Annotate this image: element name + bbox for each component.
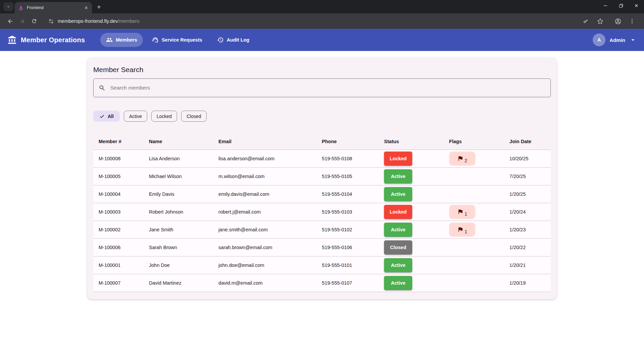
filter-chip-locked[interactable]: Locked — [151, 111, 177, 122]
cell-email: david.m@email.com — [213, 274, 316, 292]
filter-chip-all[interactable]: All — [93, 111, 120, 122]
cell-name: Jane Smith — [144, 221, 213, 238]
flag-badge: 2 — [449, 152, 475, 166]
status-button[interactable]: Locked — [384, 205, 412, 219]
astro-favicon-icon — [18, 5, 24, 11]
flag-icon — [457, 209, 464, 215]
caret-down-icon — [629, 36, 637, 44]
cell-join-date: 1/20/24 — [504, 203, 551, 221]
browser-tabstrip: Frontend ✕ + ✕ — [0, 0, 644, 13]
table-row[interactable]: M-100004 Emily Davis emily.davis@email.c… — [93, 185, 551, 203]
cell-member-number: M-100003 — [93, 203, 144, 221]
reload-button[interactable] — [29, 16, 39, 26]
chevron-down-icon — [6, 5, 10, 9]
minimize-button[interactable] — [598, 0, 613, 11]
close-window-button[interactable]: ✕ — [629, 0, 644, 11]
search-icon — [99, 84, 106, 92]
table-row[interactable]: M-100006 Sarah Brown sarah.brown@email.c… — [93, 238, 551, 256]
profile-icon — [614, 18, 622, 25]
back-button[interactable] — [5, 16, 15, 26]
forward-button[interactable] — [17, 16, 27, 26]
cell-phone: 519-555-0104 — [317, 185, 379, 203]
cell-name: Lisa Anderson — [144, 150, 213, 167]
cell-member-number: M-100006 — [93, 238, 144, 256]
filter-chip-label: All — [108, 114, 114, 119]
status-button[interactable]: Closed — [384, 240, 412, 254]
headset-icon — [152, 37, 159, 43]
cell-join-date: 1/20/19 — [504, 274, 551, 292]
nav-item-label: Members — [116, 37, 137, 43]
cell-join-date: 1/20/23 — [504, 221, 551, 238]
main-content: Member Search All Active Locked Closed — [0, 58, 644, 346]
check-icon — [99, 114, 105, 119]
flag-icon — [457, 155, 464, 162]
status-button[interactable]: Active — [384, 187, 412, 201]
flag-count: 2 — [465, 158, 467, 163]
table-row[interactable]: M-100007 David Martinez david.m@email.co… — [93, 274, 551, 292]
tab-close-icon[interactable]: ✕ — [83, 5, 89, 11]
cell-name: Robert Johnson — [144, 203, 213, 221]
cell-phone: 519-555-0103 — [317, 203, 379, 221]
filter-chip-label: Closed — [186, 114, 201, 119]
page-title: Member Search — [93, 66, 551, 74]
tab-search-button[interactable] — [3, 2, 13, 11]
cell-email: john.doe@email.com — [213, 256, 316, 274]
url-host: memberops-frontend.fly.dev — [58, 18, 118, 24]
search-input[interactable] — [110, 85, 545, 91]
bank-icon — [7, 35, 17, 45]
cell-phone: 519-555-0107 — [317, 274, 379, 292]
back-icon — [7, 18, 13, 24]
status-button[interactable]: Locked — [384, 152, 412, 166]
table-row[interactable]: M-100001 John Doe john.doe@email.com 519… — [93, 256, 551, 274]
minimize-icon — [603, 4, 607, 8]
nav-item-members[interactable]: Members — [100, 33, 143, 47]
cell-name: Emily Davis — [144, 185, 213, 203]
password-manager-button[interactable] — [581, 16, 591, 26]
cell-phone: 519-555-0106 — [317, 238, 379, 256]
status-button[interactable]: Active — [384, 169, 412, 183]
nav-item-audit-log[interactable]: Audit Log — [211, 33, 255, 47]
cell-join-date: 10/20/25 — [504, 150, 551, 167]
cell-email: lisa.anderson@email.com — [213, 150, 316, 167]
cell-join-date: 1/20/25 — [504, 185, 551, 203]
brand: Member Operations — [7, 35, 85, 45]
toolbar-right — [580, 16, 640, 26]
new-tab-button[interactable]: + — [94, 2, 104, 12]
nav-links: Members Service Requests Audit Log — [100, 33, 255, 47]
table-row[interactable]: M-100003 Robert Johnson robert.j@email.c… — [93, 203, 551, 221]
column-header: Member # — [93, 134, 144, 150]
cell-member-number: M-100007 — [93, 274, 144, 292]
nav-item-service-requests[interactable]: Service Requests — [146, 33, 208, 47]
history-icon — [217, 37, 224, 43]
status-button[interactable]: Active — [384, 223, 412, 237]
browser-tab-frontend[interactable]: Frontend ✕ — [15, 2, 92, 13]
cell-phone: 519-555-0108 — [317, 150, 379, 167]
table-row[interactable]: M-100008 Lisa Anderson lisa.anderson@ema… — [93, 150, 551, 167]
cell-name: John Doe — [144, 256, 213, 274]
member-table-body: M-100008 Lisa Anderson lisa.anderson@ema… — [93, 150, 551, 292]
window-controls: ✕ — [598, 0, 644, 11]
cell-phone: 519-555-0101 — [317, 256, 379, 274]
nav-item-label: Audit Log — [227, 37, 250, 43]
cell-phone: 519-555-0102 — [317, 221, 379, 238]
site-info-button[interactable] — [46, 16, 56, 26]
profile-button[interactable] — [613, 16, 623, 26]
table-row[interactable]: M-100002 Jane Smith jane.smith@email.com… — [93, 221, 551, 238]
cell-member-number: M-100008 — [93, 150, 144, 167]
cell-email: robert.j@email.com — [213, 203, 316, 221]
filter-chip-closed[interactable]: Closed — [181, 111, 207, 122]
bookmark-button[interactable] — [595, 16, 605, 26]
url-bar[interactable]: memberops-frontend.fly.dev/members — [58, 18, 580, 24]
restore-button[interactable] — [613, 0, 629, 11]
user-menu[interactable]: A Admin — [593, 34, 637, 46]
search-box — [93, 78, 551, 97]
status-button[interactable]: Active — [384, 276, 412, 290]
status-button[interactable]: Active — [384, 258, 412, 272]
restore-icon — [619, 4, 623, 8]
column-header: Name — [144, 134, 213, 150]
table-row[interactable]: M-100005 Michael Wilson m.wilson@email.c… — [93, 167, 551, 185]
browser-menu-button[interactable] — [627, 16, 637, 26]
kebab-menu-icon — [629, 18, 635, 24]
filter-chip-active[interactable]: Active — [124, 111, 147, 122]
tab-title: Frontend — [27, 5, 83, 10]
